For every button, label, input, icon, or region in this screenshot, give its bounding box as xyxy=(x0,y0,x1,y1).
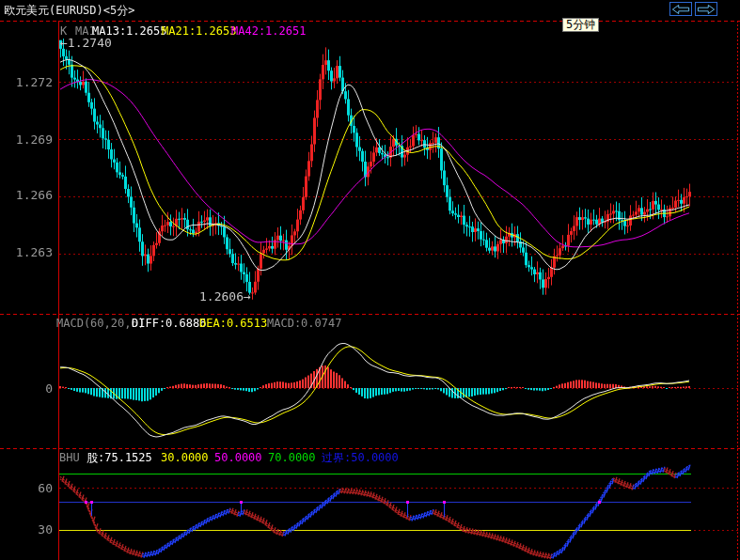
price-tick-1266: 1.266 xyxy=(0,188,53,202)
bhu-tick-30: 30 xyxy=(0,522,53,537)
ma21-value: MA21:1.2653 xyxy=(162,24,236,38)
prev-period-button[interactable] xyxy=(669,2,692,16)
chart-application-window: 欧元美元(EURUSD)<5分> 5分钟 K MA1 MA13:1.2655 M… xyxy=(0,0,740,560)
bhu-tick-60: 60 xyxy=(0,481,53,495)
bhu-param-50: 50.0000 xyxy=(214,451,262,464)
price-tick-1269: 1.269 xyxy=(0,132,53,147)
next-period-button[interactable] xyxy=(695,2,717,16)
bhu-cross-value: 过界:50.0000 xyxy=(322,451,399,464)
macd-panel[interactable] xyxy=(0,315,740,448)
macd-dea-value: DEA:0.6513 xyxy=(199,317,267,330)
bhu-param-30: 30.0000 xyxy=(161,451,209,464)
bhu-panel[interactable] xyxy=(0,449,740,560)
left-arrow-icon xyxy=(671,4,690,15)
right-arrow-icon xyxy=(697,4,716,15)
bhu-name-label: BHU xyxy=(59,451,80,464)
macd-zero-tick: 0 xyxy=(0,381,53,396)
macd-hist-value: MACD:0.0747 xyxy=(267,317,341,330)
price-tick-1263: 1.263 xyxy=(0,245,53,259)
main-chart-panel[interactable] xyxy=(0,22,740,313)
bhu-param-70: 70.0000 xyxy=(268,451,316,464)
low-price-annotation: 1.2606→ xyxy=(199,290,251,303)
window-title: 欧元美元(EURUSD)<5分> xyxy=(4,4,134,17)
period-tooltip: 5分钟 xyxy=(562,18,599,32)
price-tick-1272: 1.272 xyxy=(0,75,53,89)
high-price-annotation: ←1.2740 xyxy=(60,37,112,50)
title-bar: 欧元美元(EURUSD)<5分> xyxy=(0,0,740,21)
ma42-value: MA42:1.2651 xyxy=(231,24,306,38)
bhu-main-value: 股:75.1525 xyxy=(87,451,152,464)
macd-diff-value: DIFF:0.6886 xyxy=(132,317,206,330)
